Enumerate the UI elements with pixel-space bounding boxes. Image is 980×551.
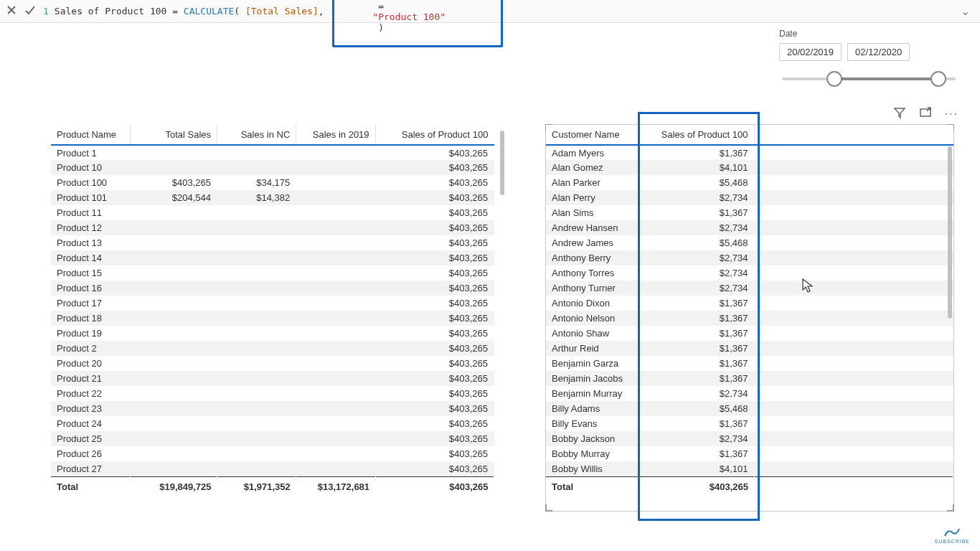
column-header[interactable]: Total Sales [130, 125, 217, 145]
table-row[interactable]: Antonio Shaw$1,367 [546, 326, 953, 341]
scrollbar[interactable] [948, 146, 952, 319]
confirm-icon[interactable] [24, 4, 36, 18]
date-from-input[interactable]: 20/02/2019 [779, 43, 842, 61]
table-row[interactable]: Benjamin Garza$1,367 [546, 356, 953, 371]
table-row[interactable]: Benjamin Murray$2,734 [546, 386, 953, 401]
table-row[interactable]: Alan Sims$1,367 [546, 205, 953, 220]
table-row[interactable]: Product 100$403,265$34,175$403,265 [51, 175, 494, 190]
total-cell: $19,849,725 [130, 476, 217, 496]
table-row[interactable]: Bobby Willis$4,101 [546, 461, 953, 476]
table-row[interactable]: Alan Perry$2,734 [546, 190, 953, 205]
products-table: Product NameTotal SalesSales in NCSales … [51, 125, 494, 496]
scrollbar[interactable] [500, 131, 504, 195]
column-header[interactable]: Sales in 2019 [296, 125, 375, 145]
total-cell: $1,971,352 [217, 476, 296, 496]
table-row[interactable]: Antonio Dixon$1,367 [546, 296, 953, 311]
table-row[interactable]: Benjamin Jacobs$1,367 [546, 371, 953, 386]
table-row[interactable]: Product 1$403,265 [51, 145, 494, 160]
table-row[interactable]: Billy Adams$5,468 [546, 401, 953, 416]
column-header[interactable]: Product Name [51, 125, 130, 145]
total-cell: $403,265 [375, 476, 494, 496]
table-row[interactable]: Andrew Hansen$2,734 [546, 220, 953, 235]
table-row[interactable]: Adam Myers$1,367 [546, 145, 953, 160]
table-row[interactable]: Bobby Murray$1,367 [546, 446, 953, 461]
table-row[interactable]: Product 10$403,265 [51, 160, 494, 175]
total-cell: Total [546, 476, 639, 496]
slider-thumb-start[interactable] [826, 71, 842, 87]
table-row[interactable]: Product 26$403,265 [51, 446, 494, 461]
table-row[interactable]: Product 2$403,265 [51, 341, 494, 356]
column-header[interactable]: Sales of Product 100 [375, 125, 494, 145]
table-row[interactable]: Andrew James$5,468 [546, 235, 953, 250]
products-table-visual[interactable]: Product NameTotal SalesSales in NCSales … [50, 124, 495, 512]
measure-name: Sales of Product 100 [55, 6, 167, 17]
subscribe-watermark: SUBSCRIBE [935, 527, 970, 544]
line-number: 1 [43, 6, 49, 17]
date-slicer-label: Date [779, 29, 958, 39]
table-row[interactable]: Anthony Berry$2,734 [546, 250, 953, 265]
svg-rect-0 [920, 109, 930, 116]
table-row[interactable]: Alan Parker$5,468 [546, 175, 953, 190]
date-to-input[interactable]: 02/12/2020 [847, 43, 910, 61]
table-row[interactable]: Product 13$403,265 [51, 235, 494, 250]
table-row[interactable]: Product 25$403,265 [51, 431, 494, 446]
date-slicer: Date 20/02/2019 02/12/2020 [779, 29, 958, 85]
visual-header-icons: ··· [893, 106, 958, 121]
table-row[interactable]: Alan Gomez$4,101 [546, 160, 953, 175]
table-row[interactable]: Anthony Turner$2,734 [546, 281, 953, 296]
formula-bar: 1 Sales of Product 100 = CALCULATE ( [To… [0, 0, 980, 23]
more-options-icon[interactable]: ··· [945, 108, 958, 120]
table-row[interactable]: Bobby Jackson$2,734 [546, 431, 953, 446]
table-row[interactable]: Product 12$403,265 [51, 220, 494, 235]
table-row[interactable]: Product 16$403,265 [51, 281, 494, 296]
table-row[interactable]: Anthony Torres$2,734 [546, 265, 953, 281]
customers-table: Customer NameSales of Product 100 Adam M… [546, 125, 953, 496]
cancel-icon[interactable] [6, 4, 17, 18]
slider-thumb-end[interactable] [930, 71, 946, 87]
table-row[interactable]: Product 14$403,265 [51, 250, 494, 265]
total-cell: $403,265 [639, 476, 754, 496]
customers-table-visual[interactable]: Customer NameSales of Product 100 Adam M… [545, 124, 954, 512]
date-slider[interactable] [782, 71, 956, 85]
table-row[interactable]: Product 15$403,265 [51, 265, 494, 281]
table-row[interactable]: Product 21$403,265 [51, 371, 494, 386]
table-row[interactable]: Arthur Reid$1,367 [546, 341, 953, 356]
chevron-down-icon[interactable]: ⌄ [956, 4, 974, 18]
table-row[interactable]: Product 22$403,265 [51, 386, 494, 401]
table-row[interactable]: Product 27$403,265 [51, 461, 494, 476]
focus-mode-icon[interactable] [919, 106, 932, 121]
table-row[interactable]: Antonio Nelson$1,367 [546, 311, 953, 326]
column-header[interactable]: Sales in NC [217, 125, 296, 145]
table-row[interactable]: Product 24$403,265 [51, 416, 494, 431]
total-cell: Total [51, 476, 130, 496]
table-row[interactable]: Product 19$403,265 [51, 326, 494, 341]
table-row[interactable]: Product 11$403,265 [51, 205, 494, 220]
formula-filter-highlight: Products[Product Name] = "Product 100" ) [332, 0, 502, 47]
table-row[interactable]: Billy Evans$1,367 [546, 416, 953, 431]
table-row[interactable]: Product 18$403,265 [51, 311, 494, 326]
table-row[interactable]: Product 23$403,265 [51, 401, 494, 416]
table-row[interactable]: Product 17$403,265 [51, 296, 494, 311]
table-row[interactable]: Product 20$403,265 [51, 356, 494, 371]
filter-icon[interactable] [893, 106, 906, 121]
total-cell: $13,172,681 [296, 476, 375, 496]
table-row[interactable]: Product 101$204,544$14,382$403,265 [51, 190, 494, 205]
column-header[interactable]: Sales of Product 100 [639, 125, 754, 145]
column-header[interactable]: Customer Name [546, 125, 639, 145]
